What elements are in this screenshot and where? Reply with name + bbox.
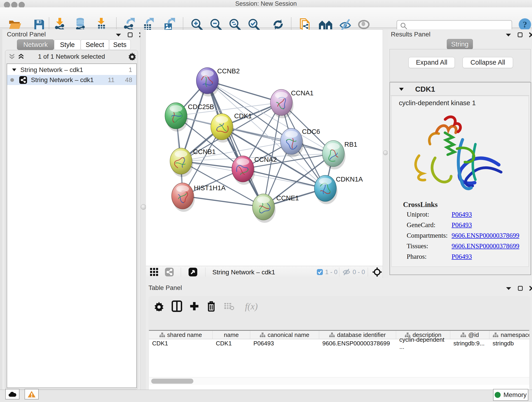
expander-icon[interactable] <box>12 68 17 72</box>
crosslink-row: Compartments: 9606.ENSP00000378699 <box>407 232 519 239</box>
table-cell[interactable]: stringdb:9... <box>450 339 489 347</box>
network-canvas[interactable]: CCNB2CCNA1CDC25BCDK1CDC6RB1CCNB1CCNA2CDK… <box>146 30 383 266</box>
hidden-eye-icon <box>342 269 350 275</box>
grid-mode-button[interactable] <box>150 268 158 276</box>
warnings-button[interactable] <box>25 389 39 400</box>
collapse-all-button[interactable]: Collapse All <box>462 57 513 68</box>
gene-header[interactable]: CDK1 <box>390 83 529 96</box>
vertical-splitter-left[interactable] <box>140 29 146 390</box>
float-panel-icon[interactable] <box>517 32 523 38</box>
column-header-canonical-name[interactable]: canonical name <box>250 331 319 339</box>
eye-icon <box>357 19 370 31</box>
float-panel-icon[interactable] <box>518 286 523 291</box>
scrollbar-thumb[interactable] <box>151 379 193 384</box>
crosslink-label: Pharos: <box>407 253 452 260</box>
zoom-selected-icon <box>247 18 260 31</box>
network-node-HIST1H1A[interactable]: HIST1H1A <box>172 183 226 212</box>
table-cell[interactable]: CDK1 <box>149 339 213 347</box>
network-node-CCNB2[interactable]: CCNB2 <box>196 67 240 96</box>
expand-all-button[interactable]: Expand All <box>409 57 455 68</box>
network-node-CCNB1[interactable]: CCNB1 <box>170 148 215 177</box>
close-window-button[interactable] <box>4 2 10 8</box>
column-label: shared name <box>167 332 202 338</box>
warning-icon <box>27 390 36 398</box>
crosslink-link[interactable]: 9606.ENSP00000378699 <box>452 232 519 239</box>
show-columns-button[interactable] <box>171 300 183 313</box>
tab-string-results[interactable]: String <box>447 39 473 50</box>
tab-style[interactable]: Style <box>54 39 81 50</box>
tab-select[interactable]: Select <box>81 39 109 50</box>
table-settings-button[interactable] <box>152 300 165 313</box>
splitter-grip[interactable] <box>383 150 388 155</box>
network-node-RB1[interactable]: RB1 <box>322 140 357 169</box>
search-icon <box>400 22 408 30</box>
close-panel-icon[interactable] <box>529 32 532 38</box>
crosslink-link[interactable]: 9606.ENSP00000378699 <box>452 242 519 250</box>
network-graph: CCNB2CCNA1CDC25BCDK1CDC6RB1CCNB1CCNA2CDK… <box>146 30 383 266</box>
panel-menu-icon[interactable] <box>506 286 512 290</box>
maximize-window-button[interactable] <box>19 2 25 8</box>
table-row[interactable]: CDK1CDK1P064939606.ENSP00000378699cyclin… <box>149 339 529 347</box>
edge-count: 48 <box>125 76 132 84</box>
column-label: @id <box>468 332 479 338</box>
crosslink-link[interactable]: P06493 <box>452 221 472 229</box>
network-options-gear-icon[interactable] <box>128 52 136 60</box>
collapse-gene-icon[interactable] <box>399 87 404 91</box>
network-node-CDC25B[interactable]: CDC25B <box>165 103 214 132</box>
memory-ok-dot <box>495 392 500 398</box>
table-horizontal-scrollbar[interactable] <box>149 377 529 385</box>
delete-column-button[interactable] <box>205 300 218 313</box>
plus-icon <box>189 301 199 311</box>
column-header-database-identifier[interactable]: database identifier <box>319 331 396 339</box>
panel-menu-icon[interactable] <box>115 33 121 37</box>
memory-button[interactable]: Memory <box>493 389 528 401</box>
vertical-splitter-right[interactable] <box>383 29 388 278</box>
tab-sets[interactable]: Sets <box>109 39 131 50</box>
network-list-group: 1 of 1 Network selected String Network –… <box>5 50 138 390</box>
collection-name: String Network – cdk1 <box>20 66 83 74</box>
close-panel-icon[interactable] <box>529 286 532 291</box>
tab-network[interactable]: Network <box>17 39 54 50</box>
table-cell[interactable]: stringdb <box>489 339 529 347</box>
network-row-selected[interactable]: String Network – cdk1 11 48 <box>7 75 136 85</box>
results-panel-title: Results Panel <box>391 31 431 38</box>
table-cell[interactable]: P06493 <box>250 339 319 347</box>
panel-menu-icon[interactable] <box>505 33 511 37</box>
network-edge[interactable] <box>183 196 264 207</box>
toolbar-separator <box>183 17 183 32</box>
minimize-window-button[interactable] <box>11 2 17 8</box>
column-header-shared-name[interactable]: shared name <box>149 331 213 339</box>
network-collection-row[interactable]: String Network – cdk1 1 <box>7 65 136 75</box>
crosslink-link[interactable]: P06493 <box>452 211 472 218</box>
results-panel: Results Panel String Expand All Collapse… <box>388 29 532 283</box>
float-panel-icon[interactable] <box>127 32 133 38</box>
table-cell[interactable]: 9606.ENSP00000378699 <box>319 339 396 347</box>
crosslink-link[interactable]: P06493 <box>452 253 472 260</box>
network-node-CDKN1A[interactable]: CDKN1A <box>314 175 363 204</box>
table-panel-title: Table Panel <box>148 284 182 292</box>
column-header-name[interactable]: name <box>213 331 250 339</box>
search-input[interactable] <box>409 22 512 30</box>
eye-slash-icon <box>339 19 352 31</box>
delete-table-button[interactable] <box>223 300 235 313</box>
node-label: CDK1 <box>234 112 252 120</box>
crosslink-row: Pharos: P06493 <box>407 253 472 260</box>
svg-text:?: ? <box>523 20 527 29</box>
birdseye-view-button[interactable] <box>188 268 197 277</box>
column-header-namespace[interactable]: namespace <box>489 331 529 339</box>
hidden-nodes-edges: 0 - 0 <box>353 269 365 276</box>
node-label: CCNE1 <box>276 194 299 202</box>
results-actions-group: Expand All Collapse All <box>389 49 531 82</box>
table-cell[interactable]: cyclin-dependent ... <box>396 339 450 347</box>
function-builder-button[interactable]: f(x) <box>241 300 262 313</box>
network-type-button[interactable] <box>165 268 174 277</box>
table-cell[interactable]: CDK1 <box>213 339 250 347</box>
fit-selected-button[interactable] <box>372 267 382 277</box>
main-toolbar: ? <box>0 7 532 28</box>
column-header--id[interactable]: @id <box>450 331 489 339</box>
splitter-grip[interactable] <box>141 204 146 210</box>
cloud-status-button[interactable] <box>5 389 19 400</box>
create-column-button[interactable] <box>188 300 201 313</box>
network-node-CDK1[interactable]: CDK1 <box>211 112 252 143</box>
network-node-CCNA1[interactable]: CCNA1 <box>270 89 313 118</box>
